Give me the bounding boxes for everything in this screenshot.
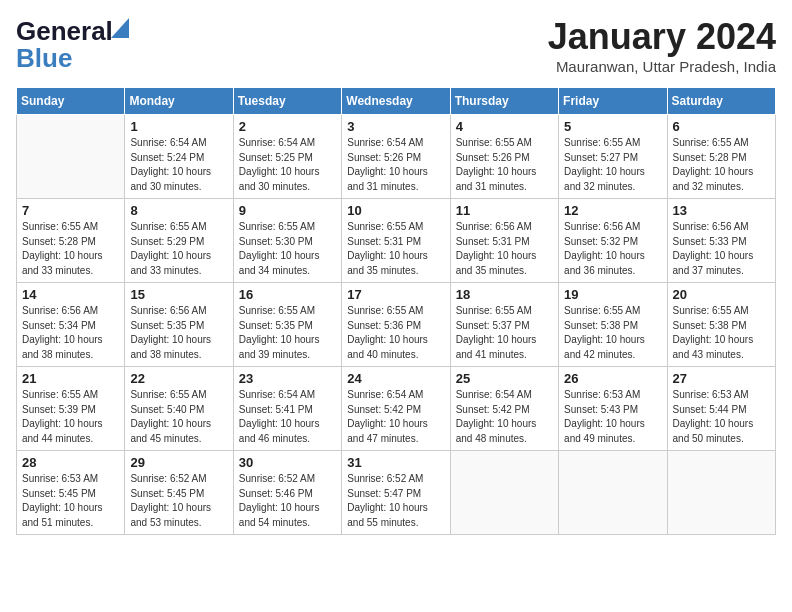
location-title: Mauranwan, Uttar Pradesh, India bbox=[548, 58, 776, 75]
calendar-cell: 24Sunrise: 6:54 AMSunset: 5:42 PMDayligh… bbox=[342, 367, 450, 451]
calendar-week-row: 7Sunrise: 6:55 AMSunset: 5:28 PMDaylight… bbox=[17, 199, 776, 283]
calendar-cell bbox=[559, 451, 667, 535]
month-title: January 2024 bbox=[548, 16, 776, 58]
day-number: 15 bbox=[130, 287, 227, 302]
day-number: 18 bbox=[456, 287, 553, 302]
weekday-header-wednesday: Wednesday bbox=[342, 88, 450, 115]
calendar-cell bbox=[450, 451, 558, 535]
day-info: Sunrise: 6:55 AMSunset: 5:31 PMDaylight:… bbox=[347, 220, 444, 278]
day-info: Sunrise: 6:55 AMSunset: 5:38 PMDaylight:… bbox=[564, 304, 661, 362]
calendar-cell: 7Sunrise: 6:55 AMSunset: 5:28 PMDaylight… bbox=[17, 199, 125, 283]
day-number: 10 bbox=[347, 203, 444, 218]
calendar-cell: 8Sunrise: 6:55 AMSunset: 5:29 PMDaylight… bbox=[125, 199, 233, 283]
calendar-cell: 14Sunrise: 6:56 AMSunset: 5:34 PMDayligh… bbox=[17, 283, 125, 367]
calendar-cell: 27Sunrise: 6:53 AMSunset: 5:44 PMDayligh… bbox=[667, 367, 775, 451]
calendar-cell: 1Sunrise: 6:54 AMSunset: 5:24 PMDaylight… bbox=[125, 115, 233, 199]
day-info: Sunrise: 6:55 AMSunset: 5:40 PMDaylight:… bbox=[130, 388, 227, 446]
day-number: 28 bbox=[22, 455, 119, 470]
day-info: Sunrise: 6:56 AMSunset: 5:31 PMDaylight:… bbox=[456, 220, 553, 278]
day-number: 27 bbox=[673, 371, 770, 386]
day-info: Sunrise: 6:55 AMSunset: 5:35 PMDaylight:… bbox=[239, 304, 336, 362]
day-info: Sunrise: 6:53 AMSunset: 5:43 PMDaylight:… bbox=[564, 388, 661, 446]
day-number: 13 bbox=[673, 203, 770, 218]
weekday-header-row: SundayMondayTuesdayWednesdayThursdayFrid… bbox=[17, 88, 776, 115]
day-info: Sunrise: 6:55 AMSunset: 5:39 PMDaylight:… bbox=[22, 388, 119, 446]
day-info: Sunrise: 6:53 AMSunset: 5:44 PMDaylight:… bbox=[673, 388, 770, 446]
weekday-header-sunday: Sunday bbox=[17, 88, 125, 115]
page-header: General Blue January 2024 Mauranwan, Utt… bbox=[16, 16, 776, 75]
day-info: Sunrise: 6:55 AMSunset: 5:26 PMDaylight:… bbox=[456, 136, 553, 194]
day-info: Sunrise: 6:55 AMSunset: 5:29 PMDaylight:… bbox=[130, 220, 227, 278]
logo: General Blue bbox=[16, 16, 113, 74]
day-info: Sunrise: 6:55 AMSunset: 5:28 PMDaylight:… bbox=[673, 136, 770, 194]
calendar-cell: 30Sunrise: 6:52 AMSunset: 5:46 PMDayligh… bbox=[233, 451, 341, 535]
calendar-cell: 16Sunrise: 6:55 AMSunset: 5:35 PMDayligh… bbox=[233, 283, 341, 367]
day-info: Sunrise: 6:56 AMSunset: 5:35 PMDaylight:… bbox=[130, 304, 227, 362]
day-number: 29 bbox=[130, 455, 227, 470]
day-number: 24 bbox=[347, 371, 444, 386]
calendar-cell: 20Sunrise: 6:55 AMSunset: 5:38 PMDayligh… bbox=[667, 283, 775, 367]
day-number: 20 bbox=[673, 287, 770, 302]
day-info: Sunrise: 6:55 AMSunset: 5:27 PMDaylight:… bbox=[564, 136, 661, 194]
calendar-cell: 12Sunrise: 6:56 AMSunset: 5:32 PMDayligh… bbox=[559, 199, 667, 283]
day-info: Sunrise: 6:54 AMSunset: 5:41 PMDaylight:… bbox=[239, 388, 336, 446]
day-number: 5 bbox=[564, 119, 661, 134]
calendar-cell: 13Sunrise: 6:56 AMSunset: 5:33 PMDayligh… bbox=[667, 199, 775, 283]
day-number: 1 bbox=[130, 119, 227, 134]
day-number: 19 bbox=[564, 287, 661, 302]
day-info: Sunrise: 6:56 AMSunset: 5:32 PMDaylight:… bbox=[564, 220, 661, 278]
day-info: Sunrise: 6:54 AMSunset: 5:42 PMDaylight:… bbox=[347, 388, 444, 446]
calendar-cell: 23Sunrise: 6:54 AMSunset: 5:41 PMDayligh… bbox=[233, 367, 341, 451]
day-number: 7 bbox=[22, 203, 119, 218]
day-info: Sunrise: 6:52 AMSunset: 5:46 PMDaylight:… bbox=[239, 472, 336, 530]
day-number: 9 bbox=[239, 203, 336, 218]
calendar-cell: 22Sunrise: 6:55 AMSunset: 5:40 PMDayligh… bbox=[125, 367, 233, 451]
day-number: 11 bbox=[456, 203, 553, 218]
calendar-cell: 26Sunrise: 6:53 AMSunset: 5:43 PMDayligh… bbox=[559, 367, 667, 451]
day-number: 14 bbox=[22, 287, 119, 302]
weekday-header-friday: Friday bbox=[559, 88, 667, 115]
day-info: Sunrise: 6:55 AMSunset: 5:28 PMDaylight:… bbox=[22, 220, 119, 278]
weekday-header-saturday: Saturday bbox=[667, 88, 775, 115]
day-number: 25 bbox=[456, 371, 553, 386]
calendar-cell bbox=[667, 451, 775, 535]
calendar-cell: 5Sunrise: 6:55 AMSunset: 5:27 PMDaylight… bbox=[559, 115, 667, 199]
logo-blue-text: Blue bbox=[16, 43, 72, 74]
calendar-cell: 19Sunrise: 6:55 AMSunset: 5:38 PMDayligh… bbox=[559, 283, 667, 367]
calendar-cell: 6Sunrise: 6:55 AMSunset: 5:28 PMDaylight… bbox=[667, 115, 775, 199]
day-number: 26 bbox=[564, 371, 661, 386]
day-info: Sunrise: 6:55 AMSunset: 5:38 PMDaylight:… bbox=[673, 304, 770, 362]
calendar-cell: 9Sunrise: 6:55 AMSunset: 5:30 PMDaylight… bbox=[233, 199, 341, 283]
day-number: 4 bbox=[456, 119, 553, 134]
day-info: Sunrise: 6:54 AMSunset: 5:42 PMDaylight:… bbox=[456, 388, 553, 446]
day-number: 16 bbox=[239, 287, 336, 302]
calendar-cell: 28Sunrise: 6:53 AMSunset: 5:45 PMDayligh… bbox=[17, 451, 125, 535]
calendar-cell: 25Sunrise: 6:54 AMSunset: 5:42 PMDayligh… bbox=[450, 367, 558, 451]
day-number: 6 bbox=[673, 119, 770, 134]
calendar-table: SundayMondayTuesdayWednesdayThursdayFrid… bbox=[16, 87, 776, 535]
day-info: Sunrise: 6:54 AMSunset: 5:24 PMDaylight:… bbox=[130, 136, 227, 194]
calendar-week-row: 1Sunrise: 6:54 AMSunset: 5:24 PMDaylight… bbox=[17, 115, 776, 199]
calendar-cell: 31Sunrise: 6:52 AMSunset: 5:47 PMDayligh… bbox=[342, 451, 450, 535]
weekday-header-thursday: Thursday bbox=[450, 88, 558, 115]
day-number: 3 bbox=[347, 119, 444, 134]
calendar-week-row: 14Sunrise: 6:56 AMSunset: 5:34 PMDayligh… bbox=[17, 283, 776, 367]
day-number: 2 bbox=[239, 119, 336, 134]
logo-triangle-icon bbox=[111, 18, 129, 38]
day-info: Sunrise: 6:55 AMSunset: 5:30 PMDaylight:… bbox=[239, 220, 336, 278]
day-info: Sunrise: 6:54 AMSunset: 5:25 PMDaylight:… bbox=[239, 136, 336, 194]
day-info: Sunrise: 6:56 AMSunset: 5:33 PMDaylight:… bbox=[673, 220, 770, 278]
weekday-header-tuesday: Tuesday bbox=[233, 88, 341, 115]
calendar-cell: 10Sunrise: 6:55 AMSunset: 5:31 PMDayligh… bbox=[342, 199, 450, 283]
calendar-week-row: 28Sunrise: 6:53 AMSunset: 5:45 PMDayligh… bbox=[17, 451, 776, 535]
day-number: 30 bbox=[239, 455, 336, 470]
calendar-week-row: 21Sunrise: 6:55 AMSunset: 5:39 PMDayligh… bbox=[17, 367, 776, 451]
day-info: Sunrise: 6:52 AMSunset: 5:45 PMDaylight:… bbox=[130, 472, 227, 530]
day-number: 23 bbox=[239, 371, 336, 386]
calendar-cell: 21Sunrise: 6:55 AMSunset: 5:39 PMDayligh… bbox=[17, 367, 125, 451]
day-info: Sunrise: 6:53 AMSunset: 5:45 PMDaylight:… bbox=[22, 472, 119, 530]
calendar-cell: 15Sunrise: 6:56 AMSunset: 5:35 PMDayligh… bbox=[125, 283, 233, 367]
day-number: 22 bbox=[130, 371, 227, 386]
calendar-cell: 4Sunrise: 6:55 AMSunset: 5:26 PMDaylight… bbox=[450, 115, 558, 199]
calendar-cell: 11Sunrise: 6:56 AMSunset: 5:31 PMDayligh… bbox=[450, 199, 558, 283]
